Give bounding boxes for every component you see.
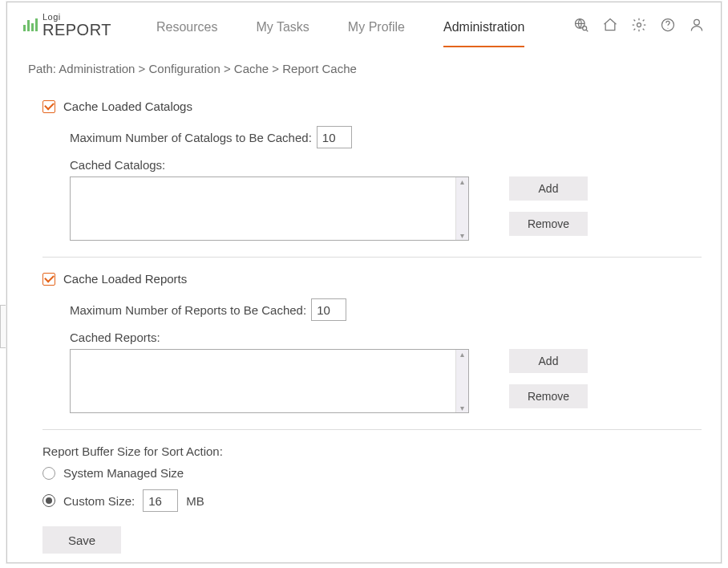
gear-icon[interactable] (631, 17, 647, 33)
save-button[interactable]: Save (42, 526, 121, 554)
app-frame: Logi REPORT Resources My Tasks My Profil… (6, 2, 722, 563)
listbox-cached-catalogs[interactable] (70, 176, 469, 241)
home-icon[interactable] (602, 17, 618, 33)
nav-administration[interactable]: Administration (443, 20, 524, 47)
scrollbar[interactable] (455, 350, 468, 412)
section-cache-reports: Cache Loaded Reports Maximum Number of R… (26, 272, 702, 424)
label-buffer-title: Report Buffer Size for Sort Action: (42, 444, 702, 458)
section-cache-catalogs: Cache Loaded Catalogs Maximum Number of … (26, 99, 702, 252)
section-buffer: Report Buffer Size for Sort Action: Syst… (42, 444, 702, 512)
svg-point-4 (668, 28, 669, 29)
user-icon[interactable] (689, 17, 705, 33)
main-nav: Resources My Tasks My Profile Administra… (156, 2, 524, 47)
label-max-reports: Maximum Number of Reports to Be Cached: (70, 303, 306, 317)
topbar-icons (573, 17, 705, 33)
logo[interactable]: Logi REPORT (23, 13, 111, 38)
svg-point-1 (583, 26, 587, 30)
svg-point-5 (694, 19, 700, 25)
globe-search-icon[interactable] (573, 17, 589, 33)
logo-big: REPORT (42, 21, 111, 39)
nav-resources[interactable]: Resources (156, 20, 217, 47)
label-unit-mb: MB (186, 494, 204, 508)
divider (42, 429, 702, 430)
help-icon[interactable] (660, 17, 676, 33)
svg-point-2 (637, 23, 641, 27)
input-custom-size[interactable] (143, 489, 178, 512)
input-max-reports[interactable] (311, 298, 346, 321)
breadcrumb: Path: Administration > Configuration > C… (28, 62, 702, 75)
radio-system-size[interactable] (42, 467, 55, 480)
label-cache-catalogs: Cache Loaded Catalogs (63, 99, 192, 113)
remove-report-button[interactable]: Remove (509, 384, 588, 408)
topbar: Logi REPORT Resources My Tasks My Profil… (7, 2, 721, 47)
checkbox-cache-reports[interactable] (42, 273, 55, 286)
divider (42, 257, 702, 258)
add-report-button[interactable]: Add (509, 349, 588, 373)
input-max-catalogs[interactable] (317, 126, 352, 148)
radio-custom-size[interactable] (42, 494, 55, 507)
label-cache-reports: Cache Loaded Reports (63, 272, 187, 286)
scrollbar[interactable] (455, 177, 468, 240)
content: Path: Administration > Configuration > C… (7, 47, 721, 568)
remove-catalog-button[interactable]: Remove (509, 212, 588, 236)
logo-text: Logi REPORT (42, 13, 111, 38)
add-catalog-button[interactable]: Add (509, 176, 588, 201)
nav-my-profile[interactable]: My Profile (348, 20, 405, 47)
checkbox-cache-catalogs[interactable] (42, 100, 55, 113)
logo-bars-icon (23, 18, 38, 31)
listbox-cached-reports[interactable] (70, 349, 469, 413)
nav-my-tasks[interactable]: My Tasks (256, 20, 309, 47)
label-cached-catalogs-list: Cached Catalogs: (70, 158, 702, 172)
label-system-size: System Managed Size (63, 466, 184, 480)
label-max-catalogs: Maximum Number of Catalogs to Be Cached: (70, 131, 312, 144)
label-cached-reports-list: Cached Reports: (70, 331, 702, 344)
label-custom-size: Custom Size: (63, 494, 135, 508)
